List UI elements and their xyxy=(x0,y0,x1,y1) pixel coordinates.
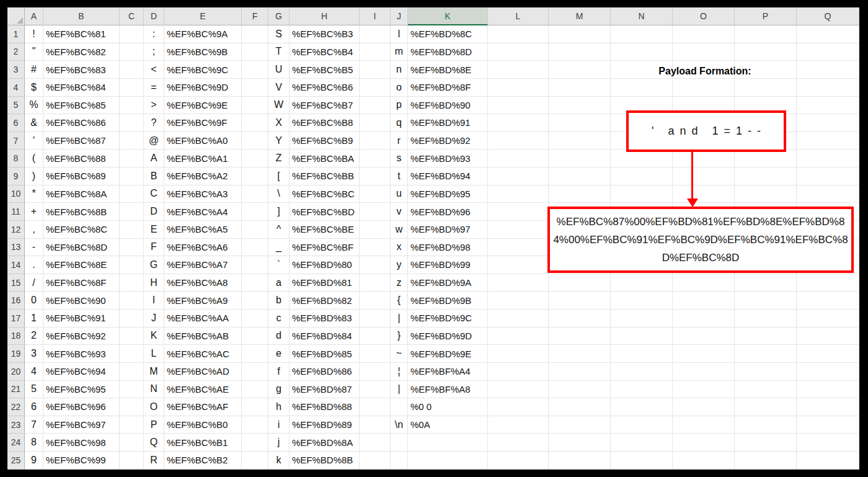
cell-H22[interactable]: %EF%BD%88 xyxy=(290,398,360,416)
cell-C2[interactable] xyxy=(120,43,144,61)
cell-B18[interactable]: %EF%BC%92 xyxy=(43,328,120,345)
cell-N8[interactable] xyxy=(611,149,673,167)
cell-P17[interactable] xyxy=(735,310,797,328)
cell-I23[interactable] xyxy=(360,416,391,434)
cell-L17[interactable] xyxy=(488,310,549,328)
cell-C22[interactable] xyxy=(120,398,144,416)
cell-J16[interactable]: { xyxy=(391,292,408,310)
cell-Q7[interactable] xyxy=(797,132,859,150)
cell-J13[interactable]: x xyxy=(391,239,408,257)
cell-F7[interactable] xyxy=(242,132,268,150)
cell-H20[interactable]: %EF%BD%86 xyxy=(290,363,360,381)
cell-L20[interactable] xyxy=(488,363,549,381)
cell-L8[interactable] xyxy=(488,149,549,167)
cell-P24[interactable] xyxy=(735,434,797,452)
cell-E7[interactable]: %EF%BC%A0 xyxy=(164,132,242,150)
cell-M17[interactable] xyxy=(549,310,611,328)
cell-D13[interactable]: F xyxy=(144,239,164,257)
cell-F10[interactable] xyxy=(242,185,268,203)
cell-A4[interactable]: $ xyxy=(25,79,43,97)
cell-J19[interactable]: ~ xyxy=(391,345,408,363)
cell-P22[interactable] xyxy=(735,398,797,416)
cell-L18[interactable] xyxy=(488,328,549,345)
cell-K5[interactable]: %EF%BD%90 xyxy=(408,97,488,115)
cell-I13[interactable] xyxy=(360,239,391,257)
cell-O24[interactable] xyxy=(673,434,735,452)
column-header-A[interactable]: A xyxy=(25,7,43,25)
cell-E4[interactable]: %EF%BC%9D xyxy=(164,79,242,97)
column-header-G[interactable]: G xyxy=(268,7,290,25)
cell-E21[interactable]: %EF%BC%AE xyxy=(164,381,242,399)
cell-H2[interactable]: %EF%BC%B4 xyxy=(290,43,360,61)
cell-D7[interactable]: @ xyxy=(144,132,164,150)
cell-A10[interactable]: * xyxy=(25,185,43,203)
cell-N24[interactable] xyxy=(611,434,673,452)
cell-I15[interactable] xyxy=(360,274,391,292)
cell-D24[interactable]: Q xyxy=(144,434,164,452)
cell-K1[interactable]: %EF%BD%8C xyxy=(408,25,488,43)
cell-L13[interactable] xyxy=(488,239,549,257)
cell-Q10[interactable] xyxy=(797,185,859,203)
cell-A9[interactable]: ) xyxy=(25,167,43,185)
row-header-9[interactable]: 9 xyxy=(7,167,25,185)
cell-B23[interactable]: %EF%BC%97 xyxy=(43,416,120,434)
cell-C1[interactable] xyxy=(120,25,144,43)
cell-G23[interactable]: i xyxy=(268,416,290,434)
cell-B4[interactable]: %EF%BC%84 xyxy=(43,79,120,97)
cell-K13[interactable]: %EF%BD%98 xyxy=(408,239,488,257)
cell-C19[interactable] xyxy=(120,345,144,363)
row-header-3[interactable]: 3 xyxy=(7,61,25,79)
cell-L23[interactable] xyxy=(488,416,549,434)
cell-G9[interactable]: [ xyxy=(268,167,290,185)
cell-J10[interactable]: u xyxy=(391,185,408,203)
row-header-22[interactable]: 22 xyxy=(7,398,25,416)
cell-I6[interactable] xyxy=(360,114,391,132)
cell-O2[interactable] xyxy=(673,43,735,61)
cell-N10[interactable] xyxy=(611,185,673,203)
cell-M20[interactable] xyxy=(549,363,611,381)
cell-C25[interactable] xyxy=(120,452,144,470)
cell-I19[interactable] xyxy=(360,345,391,363)
cell-H17[interactable]: %EF%BD%83 xyxy=(290,310,360,328)
cell-F4[interactable] xyxy=(242,79,268,97)
cell-Q6[interactable] xyxy=(797,114,859,132)
cell-D23[interactable]: P xyxy=(144,416,164,434)
cell-P25[interactable] xyxy=(735,452,797,470)
cell-Q1[interactable] xyxy=(797,25,859,43)
row-header-10[interactable]: 10 xyxy=(7,185,25,203)
row-header-13[interactable]: 13 xyxy=(7,239,25,257)
column-header-F[interactable]: F xyxy=(242,7,268,25)
cell-K7[interactable]: %EF%BD%92 xyxy=(408,132,488,150)
cell-I8[interactable] xyxy=(360,149,391,167)
cell-I5[interactable] xyxy=(360,97,391,115)
row-header-18[interactable]: 18 xyxy=(7,328,25,345)
cell-K16[interactable]: %EF%BD%9B xyxy=(408,292,488,310)
cell-J8[interactable]: s xyxy=(391,149,408,167)
cell-Q17[interactable] xyxy=(797,310,859,328)
cell-K6[interactable]: %EF%BD%91 xyxy=(408,114,488,132)
cell-A24[interactable]: 8 xyxy=(25,434,43,452)
cell-A22[interactable]: 6 xyxy=(25,398,43,416)
cell-J24[interactable] xyxy=(391,434,408,452)
cell-E10[interactable]: %EF%BC%A3 xyxy=(164,185,242,203)
cell-I7[interactable] xyxy=(360,132,391,150)
cell-A14[interactable]: . xyxy=(25,256,43,274)
cell-H6[interactable]: %EF%BC%B8 xyxy=(290,114,360,132)
cell-I1[interactable] xyxy=(360,25,391,43)
cell-E11[interactable]: %EF%BC%A4 xyxy=(164,203,242,221)
cell-E12[interactable]: %EF%BC%A5 xyxy=(164,221,242,239)
cell-B22[interactable]: %EF%BC%96 xyxy=(43,398,120,416)
cell-B13[interactable]: %EF%BC%8D xyxy=(43,239,120,257)
cell-D9[interactable]: B xyxy=(144,167,164,185)
cell-O1[interactable] xyxy=(673,25,735,43)
cell-B2[interactable]: %EF%BC%82 xyxy=(43,43,120,61)
cell-F19[interactable] xyxy=(242,345,268,363)
cell-B11[interactable]: %EF%BC%8B xyxy=(43,203,120,221)
cell-N22[interactable] xyxy=(611,398,673,416)
cell-G19[interactable]: e xyxy=(268,345,290,363)
cell-C12[interactable] xyxy=(120,221,144,239)
cell-G20[interactable]: f xyxy=(268,363,290,381)
cell-M4[interactable] xyxy=(549,79,611,97)
cell-H23[interactable]: %EF%BD%89 xyxy=(290,416,360,434)
cell-H18[interactable]: %EF%BD%84 xyxy=(290,328,360,345)
